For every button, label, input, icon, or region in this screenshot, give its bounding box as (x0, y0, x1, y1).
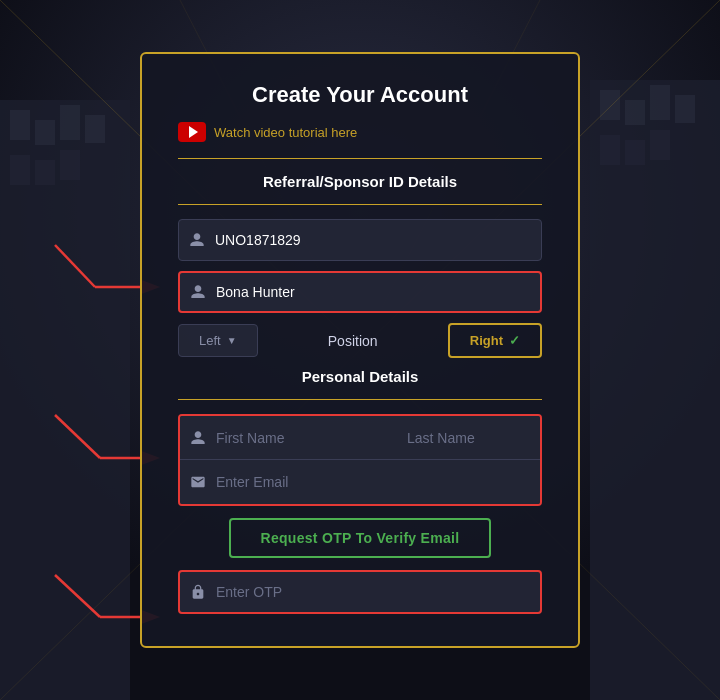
person-icon-name (190, 284, 206, 300)
svg-rect-14 (675, 95, 695, 123)
svg-rect-6 (85, 115, 105, 143)
divider-3 (178, 399, 542, 400)
divider-2 (178, 204, 542, 205)
position-right-button[interactable]: Right ✓ (448, 323, 542, 358)
svg-rect-2 (0, 100, 130, 700)
svg-rect-16 (625, 140, 645, 165)
position-left-button[interactable]: Left ▼ (178, 324, 258, 357)
sponsor-id-row (178, 219, 542, 261)
svg-rect-12 (625, 100, 645, 125)
svg-rect-8 (35, 160, 55, 185)
last-name-input[interactable] (407, 416, 542, 459)
personal-section-title: Personal Details (178, 368, 542, 385)
svg-rect-15 (600, 135, 620, 165)
svg-rect-7 (10, 155, 30, 185)
svg-rect-5 (60, 105, 80, 140)
email-row (180, 460, 540, 504)
create-account-form: Create Your Account Watch video tutorial… (140, 52, 580, 648)
lock-icon (190, 584, 206, 600)
svg-rect-10 (590, 80, 720, 700)
person-icon-sponsor (189, 232, 205, 248)
svg-rect-17 (650, 130, 670, 160)
video-tutorial-link[interactable]: Watch video tutorial here (214, 125, 357, 140)
otp-request-row: Request OTP To Verify Email (178, 518, 542, 558)
email-input[interactable] (216, 460, 530, 504)
divider-1 (178, 158, 542, 159)
video-link-row: Watch video tutorial here (178, 122, 542, 142)
svg-rect-3 (10, 110, 30, 140)
sponsor-name-row (178, 271, 542, 313)
checkmark-icon: ✓ (509, 333, 520, 348)
sponsor-id-input[interactable] (215, 220, 531, 260)
svg-rect-9 (60, 150, 80, 180)
position-row: Left ▼ Position Right ✓ (178, 323, 542, 358)
otp-input[interactable] (216, 572, 530, 612)
personal-details-group (178, 414, 542, 506)
otp-request-button[interactable]: Request OTP To Verify Email (229, 518, 492, 558)
position-label: Position (268, 333, 438, 349)
first-name-input[interactable] (216, 416, 391, 459)
referral-section-title: Referral/Sponsor ID Details (178, 173, 542, 190)
otp-input-row (178, 570, 542, 614)
name-row (180, 416, 540, 460)
chevron-down-icon: ▼ (227, 335, 237, 346)
page-title: Create Your Account (178, 82, 542, 108)
svg-rect-11 (600, 90, 620, 120)
youtube-icon (178, 122, 206, 142)
svg-rect-13 (650, 85, 670, 120)
sponsor-name-input[interactable] (216, 273, 530, 311)
person-icon-personal (190, 430, 206, 446)
email-icon (190, 474, 206, 490)
svg-rect-4 (35, 120, 55, 145)
